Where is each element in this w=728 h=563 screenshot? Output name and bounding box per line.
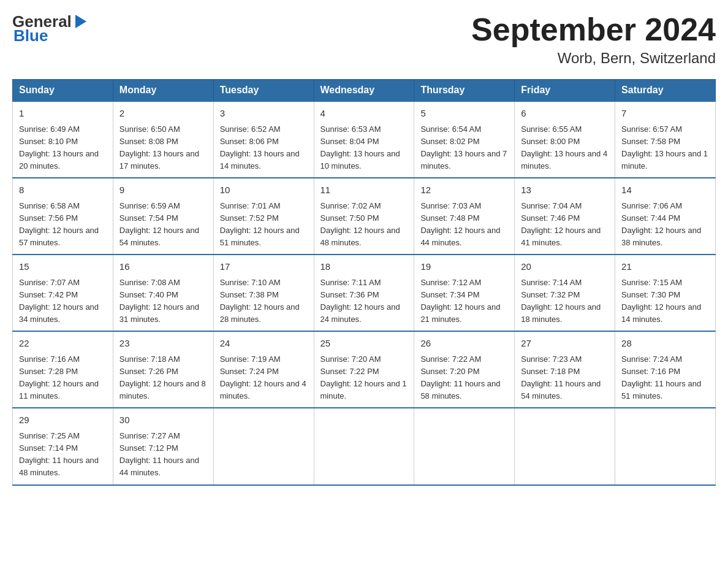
calendar-cell: 25Sunrise: 7:20 AMSunset: 7:22 PMDayligh… [314,331,414,408]
calendar-cell: 6Sunrise: 6:55 AMSunset: 8:00 PMDaylight… [515,101,615,178]
logo: General Blue [12,12,91,45]
calendar-body: 1Sunrise: 6:49 AMSunset: 8:10 PMDaylight… [13,101,716,484]
day-info: Sunrise: 7:23 AMSunset: 7:18 PMDaylight:… [521,353,609,403]
week-row-3: 15Sunrise: 7:07 AMSunset: 7:42 PMDayligh… [13,255,716,331]
calendar-cell [615,408,716,484]
day-number: 6 [521,107,609,121]
week-row-1: 1Sunrise: 6:49 AMSunset: 8:10 PMDaylight… [13,101,716,178]
calendar-cell: 11Sunrise: 7:02 AMSunset: 7:50 PMDayligh… [314,178,414,255]
calendar-cell: 17Sunrise: 7:10 AMSunset: 7:38 PMDayligh… [213,255,314,331]
header-row: SundayMondayTuesdayWednesdayThursdayFrid… [13,80,716,102]
day-info: Sunrise: 7:11 AMSunset: 7:36 PMDaylight:… [320,277,408,326]
day-number: 15 [19,260,107,274]
page-header: General Blue September 2024 Worb, Bern, … [12,12,716,67]
calendar-cell: 20Sunrise: 7:14 AMSunset: 7:32 PMDayligh… [515,255,615,331]
day-number: 13 [521,183,609,197]
day-info: Sunrise: 6:50 AMSunset: 8:08 PMDaylight:… [119,123,207,173]
day-info: Sunrise: 7:12 AMSunset: 7:34 PMDaylight:… [420,277,508,326]
header-cell-sunday: Sunday [13,80,113,102]
day-number: 14 [621,183,709,197]
header-cell-saturday: Saturday [615,80,716,102]
calendar-cell: 3Sunrise: 6:52 AMSunset: 8:06 PMDaylight… [213,101,314,178]
day-info: Sunrise: 7:15 AMSunset: 7:30 PMDaylight:… [621,277,709,326]
calendar-cell: 14Sunrise: 7:06 AMSunset: 7:44 PMDayligh… [615,178,716,255]
day-number: 30 [119,413,207,427]
month-title: September 2024 [471,12,716,47]
day-number: 11 [320,183,408,197]
calendar-cell: 23Sunrise: 7:18 AMSunset: 7:26 PMDayligh… [113,331,213,408]
day-info: Sunrise: 7:18 AMSunset: 7:26 PMDaylight:… [119,353,207,403]
day-number: 29 [19,413,107,427]
day-info: Sunrise: 7:04 AMSunset: 7:46 PMDaylight:… [521,200,609,250]
calendar-cell: 7Sunrise: 6:57 AMSunset: 7:58 PMDaylight… [615,101,716,178]
calendar-cell: 12Sunrise: 7:03 AMSunset: 7:48 PMDayligh… [414,178,515,255]
calendar-cell: 16Sunrise: 7:08 AMSunset: 7:40 PMDayligh… [113,255,213,331]
logo-blue-text: Blue [13,26,48,45]
day-number: 4 [320,107,408,121]
calendar-cell: 10Sunrise: 7:01 AMSunset: 7:52 PMDayligh… [213,178,314,255]
day-info: Sunrise: 7:07 AMSunset: 7:42 PMDaylight:… [19,277,107,326]
header-cell-thursday: Thursday [414,80,515,102]
day-number: 12 [420,183,508,197]
day-info: Sunrise: 7:16 AMSunset: 7:28 PMDaylight:… [19,353,107,403]
day-info: Sunrise: 7:08 AMSunset: 7:40 PMDaylight:… [119,277,207,326]
calendar-cell: 29Sunrise: 7:25 AMSunset: 7:14 PMDayligh… [13,408,113,484]
week-row-5: 29Sunrise: 7:25 AMSunset: 7:14 PMDayligh… [13,408,716,484]
day-info: Sunrise: 7:24 AMSunset: 7:16 PMDaylight:… [621,353,709,403]
day-number: 19 [420,260,508,274]
day-info: Sunrise: 7:14 AMSunset: 7:32 PMDaylight:… [521,277,609,326]
calendar-cell: 21Sunrise: 7:15 AMSunset: 7:30 PMDayligh… [615,255,716,331]
day-info: Sunrise: 6:59 AMSunset: 7:54 PMDaylight:… [119,200,207,250]
day-info: Sunrise: 6:58 AMSunset: 7:56 PMDaylight:… [19,200,107,250]
day-number: 28 [621,337,709,351]
calendar-cell: 26Sunrise: 7:22 AMSunset: 7:20 PMDayligh… [414,331,515,408]
day-number: 7 [621,107,709,121]
calendar-cell: 13Sunrise: 7:04 AMSunset: 7:46 PMDayligh… [515,178,615,255]
day-info: Sunrise: 7:22 AMSunset: 7:20 PMDaylight:… [420,353,508,403]
day-info: Sunrise: 7:10 AMSunset: 7:38 PMDaylight:… [220,277,308,326]
calendar-cell: 5Sunrise: 6:54 AMSunset: 8:02 PMDaylight… [414,101,515,178]
day-info: Sunrise: 6:55 AMSunset: 8:00 PMDaylight:… [521,123,609,173]
day-info: Sunrise: 7:06 AMSunset: 7:44 PMDaylight:… [621,200,709,250]
calendar-cell: 18Sunrise: 7:11 AMSunset: 7:36 PMDayligh… [314,255,414,331]
day-number: 26 [420,337,508,351]
header-cell-tuesday: Tuesday [213,80,314,102]
calendar-cell: 15Sunrise: 7:07 AMSunset: 7:42 PMDayligh… [13,255,113,331]
day-number: 1 [19,107,107,121]
day-info: Sunrise: 6:57 AMSunset: 7:58 PMDaylight:… [621,123,709,173]
day-info: Sunrise: 7:25 AMSunset: 7:14 PMDaylight:… [19,430,107,480]
header-cell-friday: Friday [515,80,615,102]
calendar-cell: 28Sunrise: 7:24 AMSunset: 7:16 PMDayligh… [615,331,716,408]
location-text: Worb, Bern, Switzerland [471,50,716,67]
header-cell-monday: Monday [113,80,213,102]
day-info: Sunrise: 7:01 AMSunset: 7:52 PMDaylight:… [220,200,308,250]
day-number: 18 [320,260,408,274]
calendar-cell: 4Sunrise: 6:53 AMSunset: 8:04 PMDaylight… [314,101,414,178]
day-info: Sunrise: 7:03 AMSunset: 7:48 PMDaylight:… [420,200,508,250]
day-number: 5 [420,107,508,121]
calendar-table: SundayMondayTuesdayWednesdayThursdayFrid… [12,79,716,485]
week-row-2: 8Sunrise: 6:58 AMSunset: 7:56 PMDaylight… [13,178,716,255]
day-info: Sunrise: 6:49 AMSunset: 8:10 PMDaylight:… [19,123,107,173]
calendar-cell: 8Sunrise: 6:58 AMSunset: 7:56 PMDaylight… [13,178,113,255]
day-info: Sunrise: 6:54 AMSunset: 8:02 PMDaylight:… [420,123,508,173]
day-number: 20 [521,260,609,274]
week-row-4: 22Sunrise: 7:16 AMSunset: 7:28 PMDayligh… [13,331,716,408]
logo-flag-icon [73,12,91,31]
calendar-cell: 9Sunrise: 6:59 AMSunset: 7:54 PMDaylight… [113,178,213,255]
day-number: 3 [220,107,308,121]
calendar-cell: 24Sunrise: 7:19 AMSunset: 7:24 PMDayligh… [213,331,314,408]
calendar-cell [515,408,615,484]
day-info: Sunrise: 7:19 AMSunset: 7:24 PMDaylight:… [220,353,308,403]
day-number: 22 [19,337,107,351]
title-section: September 2024 Worb, Bern, Switzerland [471,12,716,67]
day-number: 24 [220,337,308,351]
day-number: 10 [220,183,308,197]
calendar-cell [314,408,414,484]
svg-marker-0 [75,15,86,28]
day-info: Sunrise: 6:52 AMSunset: 8:06 PMDaylight:… [220,123,308,173]
calendar-cell [213,408,314,484]
day-info: Sunrise: 7:02 AMSunset: 7:50 PMDaylight:… [320,200,408,250]
calendar-cell: 2Sunrise: 6:50 AMSunset: 8:08 PMDaylight… [113,101,213,178]
day-info: Sunrise: 7:20 AMSunset: 7:22 PMDaylight:… [320,353,408,403]
